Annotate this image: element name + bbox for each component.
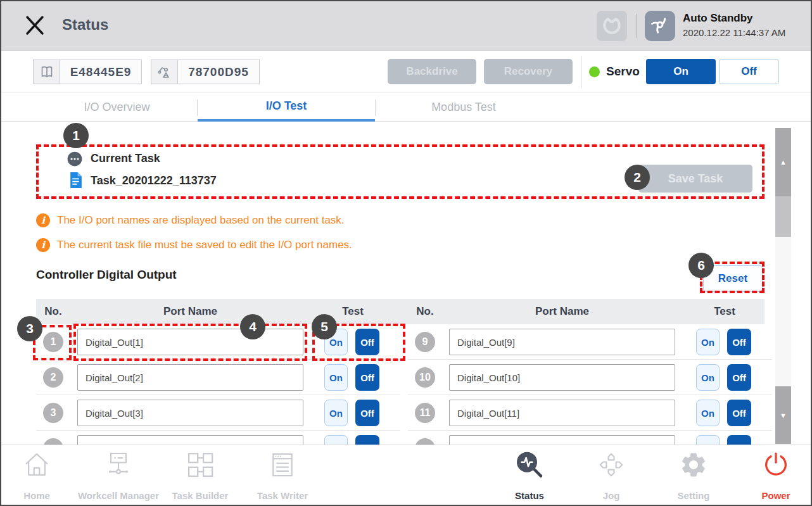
test-off-button[interactable]: Off: [355, 329, 379, 355]
robot-id-value: 78700D95: [178, 60, 259, 84]
port-name-input[interactable]: [449, 329, 675, 355]
annotation-marker-4: 4: [240, 314, 265, 339]
robot-arm-icon: [151, 60, 178, 84]
port-name-input[interactable]: [449, 435, 675, 445]
datetime-label: 2020.12.22 11:44:37 AM: [683, 27, 785, 38]
tab-io-overview[interactable]: I/O Overview: [36, 93, 198, 122]
column-header-no: No.: [408, 299, 442, 324]
column-header-port-name: Port Name: [77, 299, 303, 324]
port-name-input[interactable]: [77, 400, 303, 426]
table-row: 2 On Off: [36, 360, 400, 395]
nav-task-writer[interactable]: Task Writer: [244, 450, 320, 502]
column-header-port-name: Port Name: [449, 299, 675, 324]
jog-icon: [597, 450, 626, 481]
row-number-badge: 2: [43, 367, 63, 388]
robot-id-badge: 78700D95: [151, 60, 260, 84]
auto-standby-status-button[interactable]: [645, 11, 675, 41]
info-icon: i: [36, 238, 50, 252]
swirl-icon: [648, 13, 672, 39]
io-table-right: 9 On Off 10 On Off 11 On Off: [408, 324, 772, 445]
scroll-down-button[interactable]: ▼: [775, 386, 791, 444]
servo-on-button[interactable]: On: [646, 59, 716, 84]
id-servo-bar: E48445E9 78700D95 Backdrive Recovery Ser…: [1, 51, 811, 93]
test-off-button[interactable]: Off: [727, 364, 751, 391]
column-header-test: Test: [687, 299, 763, 324]
recovery-button[interactable]: Recovery: [484, 59, 573, 84]
nav-label: Home: [23, 490, 50, 502]
test-on-button[interactable]: [696, 435, 720, 445]
servo-divider: [581, 56, 582, 88]
port-name-input[interactable]: [77, 435, 303, 445]
current-task-label: Current Task: [91, 152, 160, 165]
tab-io-test[interactable]: I/O Test: [198, 93, 375, 122]
home-icon: [23, 450, 51, 481]
annotation-marker-2: 2: [625, 165, 650, 190]
test-off-button[interactable]: [355, 435, 379, 445]
close-button[interactable]: [22, 13, 48, 39]
nav-label: Status: [515, 490, 544, 502]
io-test-content: Current Task Task_20201222_113737 Save T…: [1, 122, 812, 445]
app-window: Status Auto Standby 2020.12: [0, 0, 812, 506]
top-header-bar: Status Auto Standby 2020.12: [1, 1, 811, 51]
scroll-down-icon: ▼: [780, 412, 787, 419]
scroll-up-button[interactable]: ▲: [775, 128, 791, 196]
io-table-header: No. Port Name Test No. Port Name Test: [36, 299, 764, 324]
row-number-badge: 1: [43, 332, 63, 352]
nav-label: Setting: [678, 490, 710, 502]
test-on-button[interactable]: On: [324, 364, 348, 391]
port-name-input[interactable]: [77, 364, 303, 391]
nav-label: Workcell Manager: [78, 490, 159, 502]
test-on-button[interactable]: On: [696, 364, 720, 391]
port-name-input[interactable]: [449, 364, 675, 391]
nav-workcell-manager[interactable]: Workcell Manager: [74, 450, 163, 502]
table-row-partial: [36, 431, 400, 445]
row-number-badge: [415, 438, 435, 445]
controller-id-value: E48445E9: [60, 60, 141, 84]
gripper-button[interactable]: [597, 11, 627, 41]
servo-off-button[interactable]: Off: [719, 59, 779, 84]
test-off-button[interactable]: [727, 435, 751, 445]
column-header-no: No.: [36, 299, 70, 324]
nav-label: Power: [761, 490, 790, 502]
table-row: 11 On Off: [408, 395, 772, 431]
row-number-badge: 10: [415, 367, 435, 388]
save-task-button[interactable]: Save Task: [638, 165, 752, 193]
vertical-scrollbar: ▲ ▼: [775, 128, 791, 444]
controller-icon: [34, 60, 60, 84]
notice-text: The I/O port names are displayed based o…: [57, 214, 345, 227]
notice-row: i The I/O port names are displayed based…: [36, 213, 345, 227]
nav-setting[interactable]: Setting: [656, 450, 732, 502]
annotation-marker-6: 6: [688, 253, 714, 278]
test-off-button[interactable]: Off: [355, 364, 379, 391]
notice-text: The current task file must be saved to e…: [57, 239, 352, 251]
test-off-button[interactable]: Off: [727, 329, 751, 355]
test-off-button[interactable]: Off: [355, 400, 379, 426]
scrollbar-thumb[interactable]: [775, 196, 791, 237]
status-icon: [514, 450, 545, 483]
test-off-button[interactable]: Off: [727, 400, 751, 426]
table-header-right: No. Port Name Test: [408, 299, 772, 324]
test-on-button[interactable]: [324, 435, 348, 445]
nav-task-builder[interactable]: Task Builder: [162, 450, 238, 502]
test-on-button[interactable]: On: [324, 400, 348, 426]
nav-label: Task Writer: [257, 490, 308, 502]
bottom-navigation: Home Workcell Manager Task: [1, 445, 811, 506]
nav-power[interactable]: Power: [738, 450, 812, 502]
nav-status[interactable]: Status: [492, 450, 568, 502]
test-on-button[interactable]: On: [696, 400, 720, 426]
backdrive-button[interactable]: Backdrive: [388, 59, 476, 84]
info-icon: i: [36, 213, 50, 227]
nav-jog[interactable]: Jog: [573, 450, 649, 502]
row-number-badge: 9: [415, 332, 435, 352]
table-row: 3 On Off: [36, 395, 400, 431]
nav-home[interactable]: Home: [0, 450, 75, 502]
setting-icon: [679, 450, 708, 481]
servo-status-dot: [589, 66, 600, 77]
table-row: 1 On Off: [36, 324, 400, 360]
test-on-button[interactable]: On: [696, 329, 720, 355]
ellipsis-icon: [67, 151, 83, 167]
port-name-input[interactable]: [77, 329, 303, 355]
port-name-input[interactable]: [449, 400, 675, 426]
power-icon: [761, 450, 790, 481]
tab-modbus-test[interactable]: Modbus Test: [375, 93, 552, 122]
